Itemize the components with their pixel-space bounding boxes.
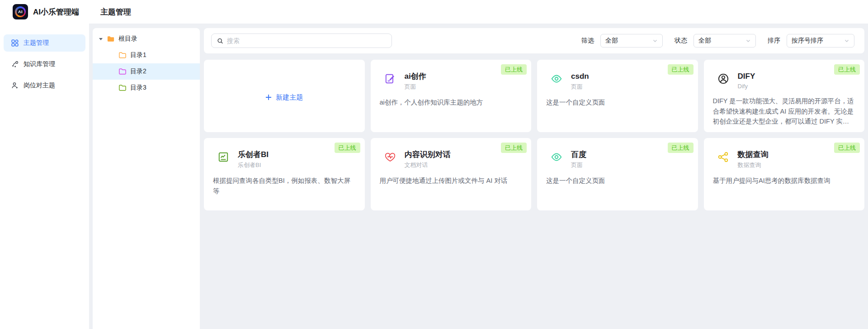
user-circle-icon (717, 73, 729, 85)
filter-group-category: 筛选 全部 (581, 34, 663, 48)
directory-tree-panel: 根目录 目录1 目录2 目录3 (93, 28, 200, 329)
folder-icon (118, 52, 127, 59)
bi-chart-icon (217, 151, 229, 163)
theme-card-data-query[interactable]: 已上线 数据查询 数据查询 基于用户提问与AI思考的数据库数据查询 (704, 138, 865, 210)
new-theme-card[interactable]: 新建主题 (204, 60, 365, 132)
card-description: 这是一个自定义页面 (546, 176, 689, 186)
card-description: DIFY 是一款功能强大、灵活易用的开源平台，适合希望快速构建生成式 AI 应用… (713, 96, 856, 126)
status-badge: 已上线 (335, 143, 360, 153)
heart-pulse-icon (384, 151, 396, 163)
tree-node-label: 目录3 (130, 84, 146, 92)
user-icon (11, 82, 19, 89)
filter-group-sort: 排序 按序号排序 (768, 34, 854, 48)
main-content: 筛选 全部 状态 全部 排序 按序号排序 (204, 28, 864, 329)
plus-icon (265, 94, 272, 100)
chevron-down-icon (844, 38, 849, 43)
card-description: 基于用户提问与AI思考的数据库数据查询 (713, 176, 856, 186)
status-select[interactable]: 全部 (693, 34, 756, 48)
theme-card-content-recognition[interactable]: 已上线 内容识别对话 文档对话 用户可便捷地通过上传图片或文件与 AI 对话 (371, 138, 532, 210)
theme-card-dify[interactable]: 已上线 DIFY Dify DIFY 是一款功能强大、灵活易用的开源平台，适合希… (704, 60, 865, 132)
status-badge: 已上线 (668, 143, 693, 153)
card-title: 百度 (571, 150, 586, 160)
share-network-icon (717, 151, 729, 163)
tree-node-label: 目录1 (130, 51, 146, 59)
grid-icon (11, 39, 19, 47)
card-title: 乐创者BI (238, 150, 269, 160)
card-title: DIFY (738, 72, 755, 81)
tree-node-root[interactable]: 根目录 (93, 31, 200, 47)
theme-card-lechuangzhe-bi[interactable]: 已上线 乐创者BI 乐创者BI 根据提问查询各自类型BI，例如报表、数智大屏等 (204, 138, 365, 210)
status-badge: 已上线 (834, 64, 860, 75)
knowledge-icon (11, 61, 19, 68)
folder-icon (118, 68, 127, 75)
app-header: AI AI小乐管理端 主题管理 (0, 0, 868, 24)
new-theme-label: 新建主题 (276, 93, 303, 102)
filter-label: 状态 (675, 37, 687, 45)
sidebar-item-label: 主题管理 (24, 39, 49, 47)
theme-card-baidu[interactable]: 已上线 百度 页面 这是一个自定义页面 (537, 138, 698, 210)
card-title: csdn (571, 72, 589, 81)
brand-name: AI小乐管理端 (33, 7, 79, 17)
sidebar-item-label: 知识库管理 (24, 60, 55, 68)
card-description: 根据提问查询各自类型BI，例如报表、数智大屏等 (213, 176, 356, 196)
theme-card-csdn[interactable]: 已上线 csdn 页面 这是一个自定义页面 (537, 60, 698, 132)
brand: AI AI小乐管理端 (0, 4, 89, 19)
sidebar: 主题管理 知识库管理 岗位对主题 (0, 24, 89, 329)
status-badge: 已上线 (501, 143, 527, 153)
logo-ring-icon: AI (15, 6, 26, 17)
card-title: 内容识别对话 (405, 150, 451, 160)
tree-node-dir3[interactable]: 目录3 (93, 80, 200, 96)
select-value: 全部 (698, 37, 711, 45)
status-badge: 已上线 (668, 64, 693, 75)
search-box[interactable] (211, 33, 392, 48)
app-logo: AI (13, 4, 28, 19)
card-description: ai创作，个人创作知识库主题的地方 (380, 97, 523, 107)
theme-card-grid: 新建主题 已上线 ai创作 页面 ai创作，个人创作知识 (204, 60, 864, 210)
tree-node-label: 根目录 (118, 35, 137, 43)
card-subtitle: 乐创者BI (238, 161, 269, 169)
card-description: 这是一个自定义页面 (546, 97, 689, 107)
filter-bar: 筛选 全部 状态 全部 排序 按序号排序 (581, 34, 854, 48)
folder-icon (107, 35, 115, 43)
card-subtitle: 页面 (571, 83, 589, 91)
tree-node-dir2[interactable]: 目录2 (93, 63, 200, 80)
card-subtitle: 页面 (571, 161, 586, 169)
logo-text: AI (17, 8, 24, 16)
search-input[interactable] (227, 37, 386, 44)
page-title: 主题管理 (100, 7, 131, 17)
caret-down-icon[interactable] (99, 38, 103, 41)
edit-note-icon (384, 73, 396, 85)
sidebar-item-position-theme[interactable]: 岗位对主题 (4, 77, 85, 94)
eye-icon (551, 151, 562, 163)
eye-icon (551, 73, 562, 85)
sidebar-item-theme-management[interactable]: 主题管理 (4, 34, 85, 52)
sort-select[interactable]: 按序号排序 (787, 34, 854, 48)
card-subtitle: Dify (738, 83, 755, 90)
category-select[interactable]: 全部 (600, 34, 663, 48)
status-badge: 已上线 (501, 64, 527, 75)
sidebar-item-knowledge-base[interactable]: 知识库管理 (4, 56, 85, 73)
card-title: ai创作 (405, 72, 426, 81)
sidebar-item-label: 岗位对主题 (24, 81, 55, 90)
chevron-down-icon (745, 38, 751, 43)
filter-label: 排序 (768, 37, 780, 45)
select-value: 按序号排序 (792, 37, 823, 45)
card-subtitle: 文档对话 (405, 161, 451, 169)
card-subtitle: 数据查询 (738, 161, 769, 169)
status-badge: 已上线 (834, 143, 860, 153)
card-description: 用户可便捷地通过上传图片或文件与 AI 对话 (380, 176, 523, 186)
card-subtitle: 页面 (405, 83, 426, 91)
search-icon (217, 38, 223, 44)
folder-icon (118, 84, 127, 91)
filter-label: 筛选 (581, 37, 594, 45)
tree-node-dir1[interactable]: 目录1 (93, 47, 200, 63)
theme-card-ai-creation[interactable]: 已上线 ai创作 页面 ai创作，个人创作知识库主题的地方 (371, 60, 532, 132)
filter-group-status: 状态 全部 (675, 34, 756, 48)
chevron-down-icon (652, 38, 658, 43)
tree-node-label: 目录2 (130, 67, 146, 76)
toolbar: 筛选 全部 状态 全部 排序 按序号排序 (204, 28, 864, 53)
select-value: 全部 (605, 37, 618, 45)
card-title: 数据查询 (738, 150, 769, 160)
